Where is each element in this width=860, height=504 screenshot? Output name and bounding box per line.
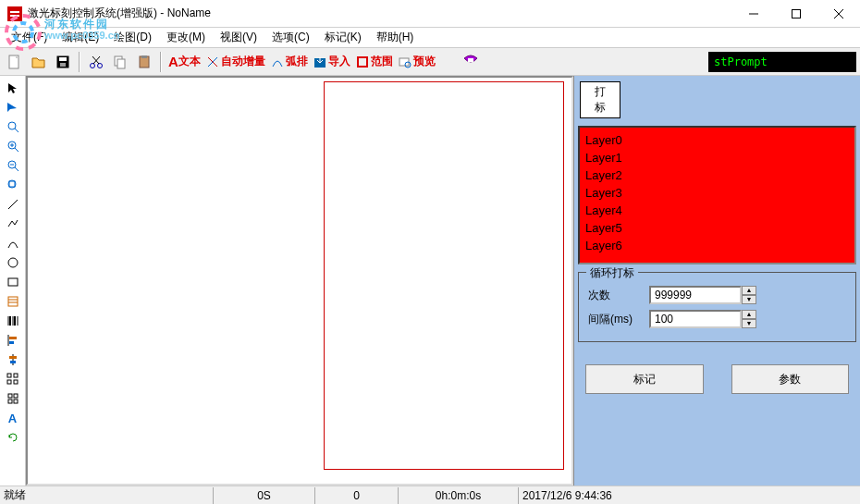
zoom-fit-tool[interactable] (3, 177, 23, 193)
range-button[interactable]: 范围 (354, 51, 395, 73)
distribute-tool[interactable] (3, 371, 23, 387)
copy-button[interactable] (109, 51, 131, 73)
interval-label: 间隔(ms) (588, 312, 640, 327)
status-count: 0 (314, 487, 398, 504)
separator (160, 52, 162, 72)
prompt-display: stPrompt (708, 52, 856, 72)
times-input[interactable] (649, 286, 742, 304)
menu-view[interactable]: 视图(V) (213, 28, 264, 47)
svg-rect-63 (14, 400, 18, 403)
svg-rect-18 (117, 59, 125, 68)
barcode-tool[interactable] (3, 313, 23, 329)
hatch-tool[interactable] (3, 293, 23, 310)
menu-bar: 文件(F) 编辑(E) 绘图(D) 更改(M) 视图(V) 选项(C) 标记(K… (0, 28, 860, 48)
svg-rect-27 (468, 58, 473, 62)
title-bar: 激光标刻控制系统(增强版) - NoName (0, 0, 860, 28)
menu-option[interactable]: 选项(C) (264, 28, 317, 47)
select-tool[interactable] (3, 80, 23, 96)
svg-rect-55 (10, 361, 16, 363)
canvas-area[interactable] (26, 76, 573, 486)
preview-button[interactable]: 预览 (397, 51, 437, 73)
menu-mark[interactable]: 标记(K) (317, 28, 369, 47)
svg-point-14 (98, 63, 103, 68)
zoom-tool[interactable] (3, 118, 23, 135)
layer-item[interactable]: Layer1 (585, 149, 849, 166)
status-datetime: 2017/12/6 9:44:36 (518, 487, 860, 504)
arc-tool[interactable] (3, 235, 23, 252)
svg-rect-56 (7, 374, 11, 377)
svg-rect-60 (8, 394, 12, 398)
interval-spinner[interactable]: ▲▼ (742, 310, 756, 328)
text-a-tool[interactable]: A (3, 410, 23, 426)
svg-rect-20 (141, 55, 147, 58)
menu-modify[interactable]: 更改(M) (159, 28, 213, 47)
svg-rect-11 (59, 57, 67, 61)
svg-point-40 (8, 258, 18, 267)
close-button[interactable] (817, 0, 860, 28)
svg-rect-4 (10, 15, 19, 17)
times-spinner[interactable]: ▲▼ (742, 286, 756, 304)
status-bar: 就绪 0S 0 0h:0m:0s 2017/12/6 9:44:36 (0, 486, 860, 504)
rect-tool[interactable] (3, 274, 23, 290)
menu-draw[interactable]: 绘图(D) (106, 28, 159, 47)
align-left-tool[interactable] (3, 332, 23, 349)
svg-rect-24 (358, 57, 367, 67)
layer-item[interactable]: Layer0 (585, 131, 849, 149)
svg-rect-61 (14, 394, 18, 398)
menu-help[interactable]: 帮助(H) (369, 28, 422, 47)
grid-tool[interactable] (3, 390, 23, 407)
menu-edit[interactable]: 编辑(E) (55, 28, 106, 47)
svg-line-39 (8, 200, 18, 209)
line-tool[interactable] (3, 196, 23, 213)
svg-rect-62 (8, 400, 12, 403)
status-time1: 0S (213, 487, 314, 504)
svg-rect-51 (9, 337, 17, 339)
times-label: 次数 (588, 288, 640, 303)
menu-file[interactable]: 文件(F) (4, 28, 55, 47)
align-center-tool[interactable] (3, 351, 23, 368)
help-button[interactable] (460, 51, 482, 73)
minimize-button[interactable] (732, 0, 775, 28)
main-toolbar: AA文本文本 自动增量 弧排 导入 范围 预览 stPrompt (0, 48, 860, 76)
svg-rect-59 (14, 380, 18, 384)
params-button[interactable]: 参数 (731, 364, 850, 394)
mark-button[interactable]: 标记 (585, 364, 704, 394)
interval-input[interactable] (649, 310, 742, 328)
svg-rect-42 (8, 297, 18, 306)
import-button[interactable]: 导入 (312, 51, 352, 73)
paste-button[interactable] (133, 51, 155, 73)
zoom-out-tool[interactable] (3, 157, 23, 174)
layer-list[interactable]: Layer0 Layer1 Layer2 Layer3 Layer4 Layer… (578, 126, 856, 264)
svg-rect-52 (9, 341, 14, 344)
tab-mark[interactable]: 打标 (580, 81, 620, 118)
refresh-tool[interactable] (3, 429, 23, 446)
svg-rect-57 (14, 374, 18, 377)
import-icon (313, 55, 326, 68)
right-panel: 打标 Layer0 Layer1 Layer2 Layer3 Layer4 La… (573, 76, 860, 486)
polyline-tool[interactable] (3, 215, 23, 232)
layer-item[interactable]: Layer4 (585, 202, 849, 219)
text-tool-button[interactable]: AA文本文本 (166, 51, 203, 73)
auto-increment-button[interactable]: 自动增量 (204, 51, 267, 73)
open-button[interactable] (28, 51, 50, 73)
layer-item[interactable]: Layer6 (585, 237, 849, 254)
maximize-button[interactable] (775, 0, 817, 28)
svg-rect-58 (7, 380, 11, 384)
circle-tool[interactable] (3, 254, 23, 271)
layer-item[interactable]: Layer3 (585, 184, 849, 202)
zoom-in-tool[interactable] (3, 138, 23, 154)
svg-line-16 (92, 56, 99, 64)
separator (79, 52, 80, 72)
group-legend: 循环打标 (586, 265, 638, 281)
arc-arrange-button[interactable]: 弧排 (269, 51, 310, 73)
move-tool[interactable] (3, 99, 23, 116)
layer-item[interactable]: Layer2 (585, 166, 849, 184)
layer-item[interactable]: Layer5 (585, 219, 849, 237)
new-button[interactable] (4, 51, 26, 73)
auto-increment-icon (206, 55, 219, 68)
svg-rect-54 (9, 356, 17, 359)
svg-rect-6 (792, 9, 801, 18)
arc-icon (271, 55, 284, 68)
save-button[interactable] (52, 51, 74, 73)
cut-button[interactable] (85, 51, 107, 73)
